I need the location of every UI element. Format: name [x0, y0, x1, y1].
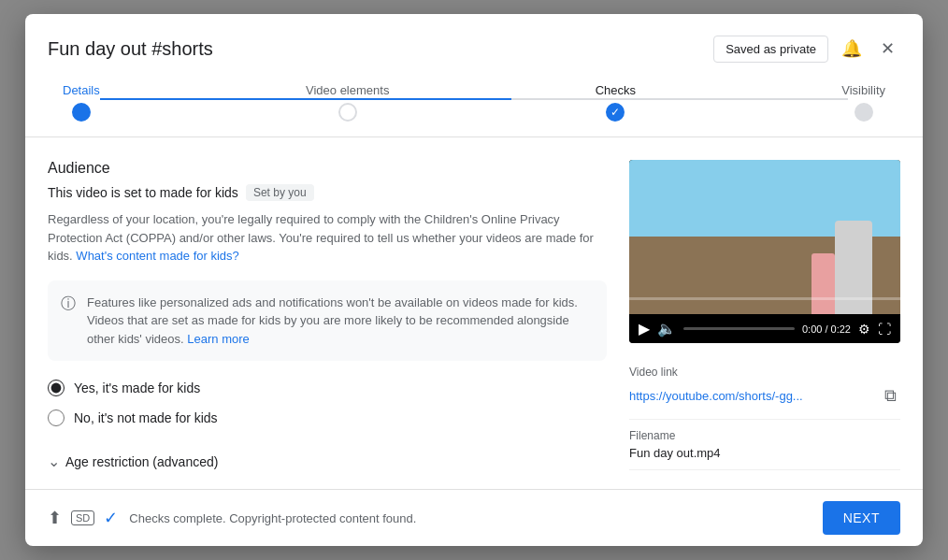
audience-subtitle-row: This video is set to made for kids Set b…: [48, 184, 607, 201]
play-button[interactable]: ▶: [639, 320, 650, 337]
upload-icon: ⬆: [48, 508, 62, 528]
footer-icons: ⬆ SD ✓: [48, 508, 118, 528]
modal-dialog: Fun day out #shorts Saved as private 🔔 ✕…: [25, 14, 923, 546]
copy-icon: ⧉: [884, 386, 897, 405]
step-video-elements-label: Video elements: [306, 83, 389, 97]
sd-badge: SD: [71, 510, 94, 525]
filename-label: Filename: [629, 429, 900, 442]
header-actions: Saved as private 🔔 ✕: [713, 33, 900, 65]
modal-body: Audience This video is set to made for k…: [25, 137, 923, 478]
copy-link-button[interactable]: ⧉: [881, 382, 900, 409]
modal-header: Fun day out #shorts Saved as private 🔔 ✕: [25, 14, 923, 65]
settings-icon[interactable]: ⚙: [858, 322, 870, 337]
volume-button[interactable]: 🔈: [657, 320, 676, 337]
saved-as-private-button[interactable]: Saved as private: [713, 36, 828, 63]
step-video-elements-circle: [338, 103, 357, 122]
video-scene: [629, 160, 900, 314]
play-icon: ▶: [639, 320, 650, 337]
video-link-label: Video link: [629, 366, 900, 379]
step-visibility[interactable]: Visibility: [841, 83, 885, 122]
audience-description: Regardless of your location, you're lega…: [48, 210, 607, 266]
learn-more-link[interactable]: Learn more: [187, 332, 249, 346]
step-visibility-label: Visibility: [841, 83, 885, 97]
video-link-row-container: Video link https://youtube.com/shorts/-g…: [629, 356, 900, 420]
close-button[interactable]: ✕: [875, 33, 900, 65]
video-controls: ▶ 🔈 0:00 / 0:22 ⚙ ⛶: [629, 314, 900, 343]
notification-icon-button[interactable]: 🔔: [836, 33, 868, 65]
chevron-down-icon: ⌄: [48, 452, 60, 470]
radio-no-input[interactable]: [48, 409, 65, 426]
footer-status: Checks complete. Copyright-protected con…: [129, 511, 811, 525]
figure-child: [812, 253, 835, 314]
next-button[interactable]: NEXT: [823, 501, 900, 535]
volume-icon: 🔈: [657, 320, 676, 337]
video-progress[interactable]: [683, 327, 795, 330]
info-text: Features like personalized ads and notif…: [87, 294, 594, 349]
step-video-elements[interactable]: Video elements: [306, 83, 389, 122]
close-icon: ✕: [881, 38, 895, 59]
radio-yes-option[interactable]: Yes, it's made for kids: [48, 380, 607, 396]
time-display: 0:00 / 0:22: [802, 323, 851, 335]
check-circle-icon: ✓: [104, 508, 118, 528]
radio-no-label: No, it's not made for kids: [74, 410, 218, 425]
modal-title: Fun day out #shorts: [48, 38, 213, 60]
step-details-circle: [72, 103, 91, 122]
step-details-label: Details: [63, 83, 100, 97]
filename-value: Fun day out.mp4: [629, 446, 900, 460]
info-box: ⓘ Features like personalized ads and not…: [48, 280, 607, 362]
video-link-row: https://youtube.com/shorts/-gg... ⧉: [629, 382, 900, 409]
step-checks[interactable]: Checks ✓: [596, 83, 636, 122]
step-checks-label: Checks: [596, 83, 636, 97]
coppa-link[interactable]: What's content made for kids?: [76, 249, 238, 263]
video-thumbnail: [629, 160, 900, 314]
right-panel: ▶ 🔈 0:00 / 0:22 ⚙ ⛶: [629, 160, 900, 478]
audience-radio-group: Yes, it's made for kids No, it's not mad…: [48, 380, 607, 426]
radio-yes-label: Yes, it's made for kids: [74, 381, 200, 395]
progress-bar-bg: [683, 327, 795, 330]
video-info-section: Video link https://youtube.com/shorts/-g…: [629, 356, 900, 470]
age-restriction-toggle[interactable]: ⌄ Age restriction (advanced): [48, 445, 607, 478]
set-by-you-badge: Set by you: [246, 184, 314, 201]
video-link-url[interactable]: https://youtube.com/shorts/-gg...: [629, 389, 803, 403]
audience-section-title: Audience: [48, 160, 607, 177]
step-details[interactable]: Details: [63, 83, 100, 122]
step-checks-circle: ✓: [606, 103, 625, 122]
left-panel: Audience This video is set to made for k…: [48, 160, 607, 478]
age-restriction-label: Age restriction (advanced): [65, 454, 218, 469]
filename-row: Filename Fun day out.mp4: [629, 420, 900, 470]
figure-adult: [835, 221, 872, 314]
steps-bar: Details Video elements Checks ✓ Visibili…: [25, 65, 923, 122]
modal-footer: ⬆ SD ✓ Checks complete. Copyright-protec…: [25, 489, 923, 546]
audience-subtitle-text: This video is set to made for kids: [48, 185, 238, 200]
video-preview: ▶ 🔈 0:00 / 0:22 ⚙ ⛶: [629, 160, 900, 343]
step-visibility-circle: [855, 103, 873, 122]
road-element: [629, 297, 900, 300]
bell-icon: 🔔: [841, 38, 862, 59]
info-icon: ⓘ: [61, 294, 76, 349]
fullscreen-icon[interactable]: ⛶: [878, 322, 891, 337]
radio-no-option[interactable]: No, it's not made for kids: [48, 409, 607, 426]
radio-yes-input[interactable]: [48, 380, 65, 396]
overlay: Fun day out #shorts Saved as private 🔔 ✕…: [0, 0, 948, 560]
